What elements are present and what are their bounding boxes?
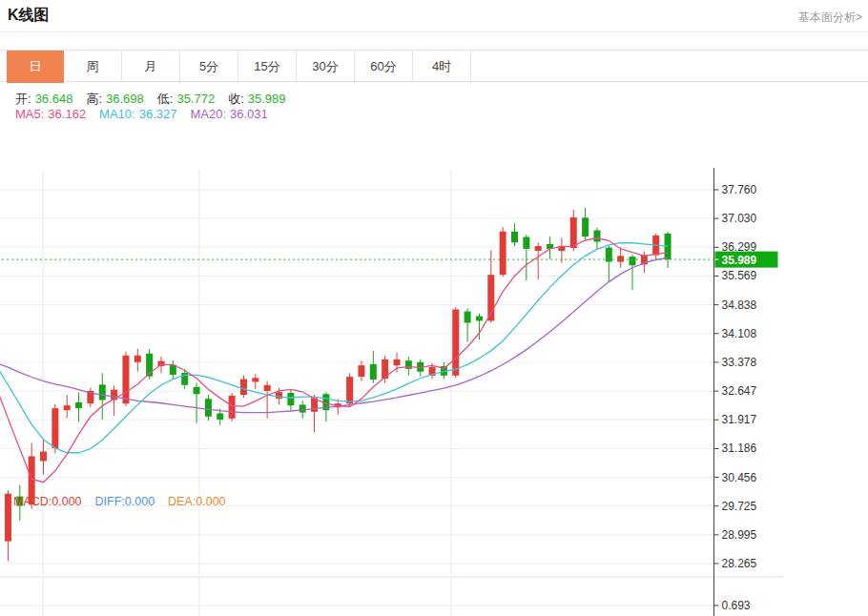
kline-page: { "header": { "title": "K线图", "link": "基… xyxy=(0,0,868,616)
macd-legend: MACD:0.000DIFF:0.000DEA:0.000 xyxy=(13,495,226,508)
svg-text:37.030: 37.030 xyxy=(722,212,757,225)
ma-legend: MA5:36.162MA10:36.327MA20:36.031 xyxy=(15,106,276,122)
svg-text:32.647: 32.647 xyxy=(722,384,757,398)
kline-chart-svg[interactable]: 37.76037.03036.29935.56934.83834.10833.3… xyxy=(0,84,868,616)
tab-15分[interactable]: 15分 xyxy=(238,51,297,83)
svg-text:31.186: 31.186 xyxy=(722,441,757,455)
svg-text:35.989: 35.989 xyxy=(722,254,757,267)
tab-4时[interactable]: 4时 xyxy=(413,51,471,83)
low-value: 35.772 xyxy=(176,92,215,106)
title-divider xyxy=(0,31,868,32)
close-label: 收: xyxy=(228,92,244,106)
ma10-value: 36.327 xyxy=(139,107,177,121)
svg-text:29.725: 29.725 xyxy=(722,500,757,513)
svg-text:28.995: 28.995 xyxy=(722,528,757,542)
period-tab-bar: 日周月5分15分30分60分4时 xyxy=(0,50,868,82)
low-label: 低: xyxy=(157,92,174,106)
diff-label: DIFF: xyxy=(95,495,125,508)
macd-value: 0.000 xyxy=(52,495,81,508)
current-price-tag: 35.989 xyxy=(715,252,778,268)
high-value: 36.698 xyxy=(106,92,144,106)
diff-value: 0.000 xyxy=(125,495,155,508)
tab-月[interactable]: 月 xyxy=(122,51,180,83)
tab-日[interactable]: 日 xyxy=(7,51,64,83)
dea-label: DEA: xyxy=(168,495,196,508)
svg-text:34.838: 34.838 xyxy=(722,298,757,312)
kline-chart-area[interactable]: 37.76037.03036.29935.56934.83834.10833.3… xyxy=(0,84,868,616)
svg-text:30.456: 30.456 xyxy=(722,471,757,484)
tab-周[interactable]: 周 xyxy=(64,51,122,83)
svg-text:0.693: 0.693 xyxy=(722,599,751,612)
ma10-label: MA10: xyxy=(99,107,135,121)
svg-text:37.760: 37.760 xyxy=(722,183,757,196)
ma20-value: 36.031 xyxy=(230,107,268,121)
svg-text:34.108: 34.108 xyxy=(722,327,757,340)
dea-value: 0.000 xyxy=(196,495,225,508)
page-title: K线图 xyxy=(8,6,50,26)
tab-60分[interactable]: 60分 xyxy=(355,51,413,83)
close-value: 35.989 xyxy=(248,92,286,106)
svg-text:31.917: 31.917 xyxy=(722,413,757,426)
ma5-value: 36.162 xyxy=(48,107,86,121)
high-label: 高: xyxy=(86,92,102,106)
ma5-label: MA5: xyxy=(15,107,44,121)
tab-30分[interactable]: 30分 xyxy=(297,51,355,83)
macd-label: MACD: xyxy=(13,495,52,508)
open-value: 36.648 xyxy=(35,92,73,106)
ma20-label: MA20: xyxy=(190,107,226,121)
tab-5分[interactable]: 5分 xyxy=(180,51,238,83)
svg-text:35.569: 35.569 xyxy=(722,269,757,282)
svg-text:33.378: 33.378 xyxy=(722,356,757,369)
fundamental-analysis-link[interactable]: 基本面分析> xyxy=(798,10,862,26)
svg-text:28.265: 28.265 xyxy=(722,557,757,570)
open-label: 开: xyxy=(15,92,31,106)
